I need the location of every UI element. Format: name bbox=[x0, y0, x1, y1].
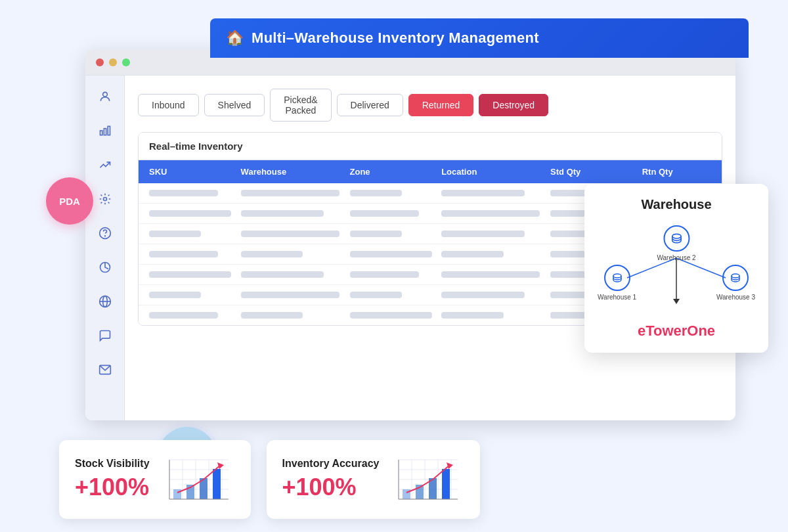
warehouse-2-icon bbox=[663, 225, 690, 252]
inventory-accuracy-label: Inventory Accuracy bbox=[282, 458, 380, 470]
tab-inbound[interactable]: Inbound bbox=[138, 94, 199, 116]
warehouse-1-label: Warehouse 1 bbox=[598, 294, 636, 301]
svg-rect-1 bbox=[100, 131, 102, 135]
warehouse-node-2: Warehouse 2 bbox=[657, 225, 695, 261]
pda-bubble: PDA bbox=[46, 177, 93, 225]
warehouse-card: Warehouse Warehouse 2 bbox=[584, 184, 768, 353]
col-warehouse: Warehouse bbox=[241, 167, 345, 177]
svg-point-4 bbox=[103, 198, 106, 201]
tab-picked-packed[interactable]: Picked& Packed bbox=[270, 89, 331, 122]
sidebar bbox=[85, 76, 125, 420]
stats-container: Stock Visibility +100% bbox=[59, 440, 480, 519]
col-rtn-qty: Rtn Qty bbox=[642, 167, 711, 177]
sidebar-item-settings[interactable] bbox=[95, 188, 116, 210]
tab-bar: Inbound Shelved Picked& Packed Delivered… bbox=[138, 89, 722, 122]
col-zone: Zone bbox=[350, 167, 437, 177]
stat-card-stock-visibility: Stock Visibility +100% bbox=[59, 440, 251, 519]
svg-rect-2 bbox=[104, 129, 106, 135]
etower-rest: TowerOne bbox=[646, 322, 715, 339]
svg-rect-3 bbox=[108, 126, 110, 135]
sidebar-item-trends[interactable] bbox=[95, 154, 116, 175]
svg-point-15 bbox=[672, 234, 680, 238]
sidebar-item-pie[interactable] bbox=[95, 257, 116, 278]
col-std-qty: Std Qty bbox=[550, 167, 637, 177]
tab-returned[interactable]: Returned bbox=[408, 94, 474, 116]
stock-visibility-chart bbox=[163, 453, 235, 506]
sidebar-item-analytics[interactable] bbox=[95, 120, 116, 141]
svg-point-16 bbox=[613, 274, 621, 278]
maximize-dot[interactable] bbox=[122, 58, 130, 66]
svg-point-17 bbox=[732, 274, 739, 278]
stat-card-inventory-accuracy: Inventory Accuracy +100% bbox=[267, 440, 481, 519]
sidebar-item-globe[interactable] bbox=[95, 291, 116, 312]
warehouse-node-3: Warehouse 3 bbox=[716, 265, 755, 301]
tab-destroyed[interactable]: Destroyed bbox=[479, 94, 548, 116]
col-location: Location bbox=[441, 167, 545, 177]
svg-rect-48 bbox=[442, 469, 450, 499]
etower-logo: eTowerOne bbox=[598, 322, 755, 340]
warehouse-3-icon bbox=[722, 265, 749, 291]
etower-e: e bbox=[638, 322, 646, 339]
tab-shelved[interactable]: Shelved bbox=[204, 94, 265, 116]
close-dot[interactable] bbox=[96, 58, 104, 66]
sidebar-item-help[interactable] bbox=[95, 223, 116, 244]
warehouse-3-label: Warehouse 3 bbox=[716, 294, 755, 301]
inventory-accuracy-value: +100% bbox=[282, 474, 380, 501]
svg-point-6 bbox=[104, 236, 105, 236]
minimize-dot[interactable] bbox=[109, 58, 117, 66]
table-title: Real–time Inventory bbox=[139, 133, 722, 160]
warehouse-node-1: Warehouse 1 bbox=[598, 265, 636, 301]
inventory-accuracy-chart bbox=[392, 453, 464, 506]
sidebar-item-user[interactable] bbox=[95, 86, 116, 107]
svg-point-0 bbox=[102, 92, 107, 97]
warehouse-card-title: Warehouse bbox=[598, 197, 755, 212]
tab-delivered[interactable]: Delivered bbox=[337, 94, 403, 116]
svg-marker-14 bbox=[673, 299, 680, 304]
sidebar-item-chat[interactable] bbox=[95, 325, 116, 346]
svg-marker-49 bbox=[447, 462, 453, 469]
warehouse-1-icon bbox=[604, 265, 630, 291]
svg-rect-31 bbox=[213, 469, 221, 499]
warehouse-2-label: Warehouse 2 bbox=[657, 254, 695, 261]
stock-visibility-value: +100% bbox=[75, 474, 150, 501]
stock-visibility-label: Stock Visibility bbox=[75, 458, 150, 470]
title-bar: 🏠 Multi–Warehouse Inventory Management bbox=[210, 18, 749, 58]
col-sku: SKU bbox=[149, 167, 236, 177]
table-header: SKU Warehouse Zone Location Std Qty Rtn … bbox=[139, 160, 722, 183]
svg-marker-32 bbox=[217, 462, 224, 469]
house-icon: 🏠 bbox=[226, 30, 244, 47]
sidebar-item-mail[interactable] bbox=[95, 359, 116, 380]
app-title: Multi–Warehouse Inventory Management bbox=[252, 30, 539, 47]
warehouse-diagram: Warehouse 2 Warehouse 1 Ware bbox=[598, 225, 755, 317]
